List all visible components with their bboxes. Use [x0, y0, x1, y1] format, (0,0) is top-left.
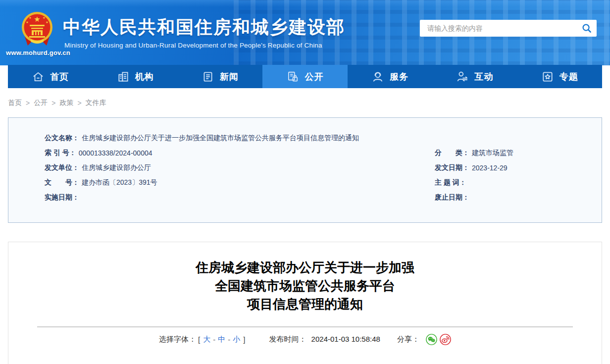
breadcrumb-item-policy[interactable]: 政策	[59, 99, 73, 107]
nav-item-label: 公开	[305, 71, 323, 83]
meta-label: 发文日期：	[435, 163, 469, 172]
font-selector-label: 选择字体：	[159, 335, 196, 344]
svg-text:★: ★	[43, 16, 45, 19]
search-input[interactable]	[420, 20, 577, 37]
breadcrumb-separator: >	[26, 99, 30, 107]
article-title-line: 项目信息管理的通知	[8, 295, 602, 313]
disclosure-icon	[286, 70, 299, 83]
article-panel: 住房城乡建设部办公厅关于进一步加强 全国建筑市场监管公共服务平台 项目信息管理的…	[8, 242, 602, 364]
breadcrumb-separator: >	[77, 99, 81, 107]
font-size-large-button[interactable]: 大	[203, 335, 210, 344]
share-row: 分享：	[397, 334, 451, 345]
nav-item-home[interactable]: 首页	[8, 65, 93, 88]
site-subtitle-english: Ministry of Housing and Urban-Rural Deve…	[64, 42, 322, 49]
meta-value: 000013338/2024-00004	[79, 149, 152, 157]
svg-text:★: ★	[34, 15, 40, 23]
site-title: 中华人民共和国住房和城乡建设部	[63, 15, 345, 40]
nav-item-label: 服务	[390, 71, 408, 83]
search-button[interactable]	[577, 20, 597, 37]
meta-value: 住房城乡建设部办公厅关于进一步加强全国建筑市场监管公共服务平台项目信息管理的通知	[82, 134, 359, 143]
nav-item-service[interactable]: 服务	[348, 65, 432, 88]
nav-item-interaction[interactable]: 互动	[432, 65, 517, 88]
meta-field-repeal-date: 废止日期：	[435, 190, 602, 205]
nav-item-organization[interactable]: 机构	[93, 65, 177, 88]
font-size-medium-button[interactable]: 中	[218, 335, 225, 344]
page: ★ ★ ★ ★ ★ www.mohurd.gov.cn 中华人民共和国住房和城乡…	[0, 0, 610, 364]
meta-field-doc-no: 文 号： 建办市函〔2023〕391号	[8, 175, 435, 190]
dash-separator: -	[213, 335, 215, 344]
publish-time-value: 2024-01-03 10:58:48	[311, 335, 380, 343]
share-label: 分享：	[397, 335, 419, 344]
breadcrumb-item-library[interactable]: 文件库	[86, 99, 106, 107]
article-title: 住房城乡建设部办公厅关于进一步加强 全国建筑市场监管公共服务平台 项目信息管理的…	[8, 259, 602, 313]
nav-item-news[interactable]: 新闻	[178, 65, 262, 88]
meta-value: 2023-12-29	[472, 164, 508, 172]
nav-item-disclosure[interactable]: 公开	[262, 65, 347, 88]
home-icon	[32, 70, 45, 83]
font-size-small-button[interactable]: 小	[233, 335, 240, 344]
svg-text:★: ★	[46, 21, 48, 24]
title-divider	[37, 326, 573, 327]
search-box	[420, 20, 597, 37]
meta-label: 废止日期：	[435, 193, 469, 202]
meta-label: 公文名称：	[45, 134, 79, 143]
publish-time: 发布时间： 2024-01-03 10:58:48	[269, 335, 380, 344]
topics-icon	[541, 70, 554, 83]
nav-item-label: 互动	[474, 71, 493, 83]
meta-label: 索 引 号：	[45, 149, 76, 157]
national-emblem-logo: ★ ★ ★ ★ ★	[21, 11, 53, 49]
breadcrumb-item-disclosure[interactable]: 公开	[34, 99, 48, 107]
meta-label: 发文单位：	[45, 163, 79, 172]
nav-item-label: 新闻	[220, 71, 239, 83]
meta-field-issuer: 发文单位： 住房城乡建设部办公厅	[8, 160, 435, 175]
meta-value: 建办市函〔2023〕391号	[82, 178, 157, 187]
breadcrumb-item-home[interactable]: 首页	[8, 99, 22, 107]
meta-label: 实施日期：	[45, 193, 79, 202]
publish-time-label: 发布时间：	[269, 335, 306, 343]
site-header: ★ ★ ★ ★ ★ www.mohurd.gov.cn 中华人民共和国住房和城乡…	[0, 0, 610, 65]
meta-label: 主 题 词：	[435, 178, 466, 187]
svg-text:★: ★	[29, 16, 31, 19]
meta-field-subject-words: 主 题 词：	[435, 175, 602, 190]
news-icon	[202, 70, 214, 83]
nav-item-label: 机构	[135, 71, 154, 83]
bracket-close: ]	[243, 335, 245, 344]
meta-value: 住房城乡建设部办公厅	[82, 163, 151, 172]
svg-text:★: ★	[26, 21, 28, 24]
nav-item-label: 首页	[50, 71, 69, 83]
meta-field-implement-date: 实施日期：	[8, 190, 435, 205]
article-meta-row: 选择字体： [ 大 - 中 - 小 ] 发布时间： 2024-01-03 10:…	[8, 334, 602, 345]
nav-item-label: 专题	[559, 71, 578, 83]
bracket-open: [	[198, 335, 200, 344]
meta-field-doc-name: 公文名称： 住房城乡建设部办公厅关于进一步加强全国建筑市场监管公共服务平台项目信…	[8, 131, 602, 146]
nav-item-topics[interactable]: 专题	[517, 65, 602, 88]
dash-separator: -	[228, 335, 230, 344]
search-icon	[582, 23, 592, 33]
document-meta-panel: 公文名称： 住房城乡建设部办公厅关于进一步加强全国建筑市场监管公共服务平台项目信…	[8, 117, 602, 223]
meta-field-category: 分 类： 建筑市场监管	[435, 146, 602, 160]
organization-icon	[117, 70, 130, 83]
article-title-line: 住房城乡建设部办公厅关于进一步加强	[8, 259, 602, 277]
breadcrumb: 首页 > 公开 > 政策 > 文件库	[8, 99, 106, 107]
meta-label: 分 类：	[435, 149, 469, 157]
meta-value: 建筑市场监管	[472, 149, 513, 157]
main-nav: 首页 机构 新闻 公开	[8, 65, 602, 88]
weibo-icon[interactable]	[440, 334, 451, 345]
interaction-icon	[456, 70, 469, 83]
article-title-line: 全国建筑市场监管公共服务平台	[8, 277, 602, 295]
service-icon	[371, 70, 384, 83]
meta-label: 文 号：	[45, 178, 79, 187]
font-size-selector: 选择字体： [ 大 - 中 - 小 ]	[159, 335, 247, 344]
breadcrumb-separator: >	[51, 99, 55, 107]
wechat-icon[interactable]	[426, 334, 437, 345]
site-url: www.mohurd.gov.cn	[3, 49, 73, 56]
meta-field-issue-date: 发文日期： 2023-12-29	[435, 160, 602, 175]
meta-field-index-no: 索 引 号： 000013338/2024-00004	[8, 146, 435, 160]
